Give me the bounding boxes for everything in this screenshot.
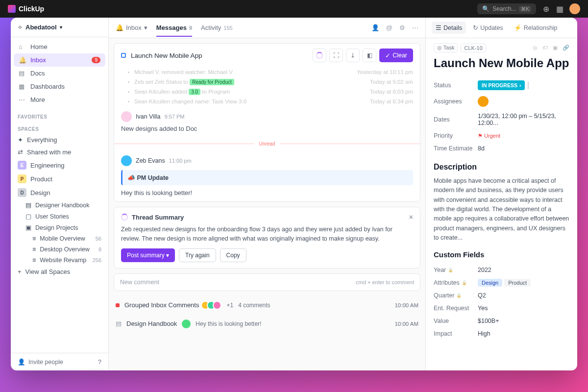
details-tab-updates[interactable]: ↻Updates	[469, 22, 507, 34]
sidebar-item-stories[interactable]: ▢User Stories	[11, 211, 108, 222]
space-everything[interactable]: ✦Everything	[11, 134, 108, 146]
cf-label: Ent. Request	[434, 305, 469, 312]
nav-dashboards[interactable]: ▦Dashboards	[14, 80, 105, 93]
time-value[interactable]: 8d	[478, 145, 569, 152]
invite-label: Invite people	[28, 359, 63, 366]
workspace-switcher[interactable]: ✧ Abedatool ▾	[11, 18, 108, 37]
priority-flag[interactable]: ⚑ Urgent	[478, 133, 500, 139]
dates-value[interactable]: 1/30/23, 12:00 pm – 5/15/23, 12:00...	[478, 113, 569, 126]
lock-icon: 🔒	[462, 280, 467, 285]
topbar: ClickUp 🔍 Search... ⌘K ⊕ ▦	[0, 0, 588, 18]
person-icon[interactable]: 👤	[371, 24, 379, 31]
tab-activity[interactable]: Activity155	[201, 19, 233, 37]
mention-icon[interactable]: @	[386, 24, 392, 31]
ai-icon[interactable]	[313, 49, 326, 62]
nav-inbox[interactable]: 🔔Inbox9	[14, 53, 105, 67]
avatar	[121, 111, 132, 122]
comment-body: Hey this is looking better!	[121, 189, 413, 196]
crumb-type[interactable]: ◎ Task	[434, 43, 458, 52]
main-panel: 🔔Inbox▾ Messages9 Activity155 👤 @ ⚙ ⋯ La…	[109, 18, 425, 370]
tab-count: 155	[223, 25, 232, 31]
nav-more[interactable]: ⋯More	[14, 93, 105, 106]
link-icon[interactable]: 🔗	[563, 45, 569, 51]
doc-icon: ▤	[116, 320, 122, 327]
inbox-icon: 🔔	[19, 56, 25, 64]
chip[interactable]: Design	[478, 279, 502, 287]
activity-row: Sean Kilcullen changed name: Task View 3…	[114, 97, 420, 106]
space-design[interactable]: DDesign	[11, 186, 108, 199]
crumb-id[interactable]: CLK-10	[461, 44, 486, 52]
global-search[interactable]: 🔍 Search... ⌘K	[477, 3, 536, 14]
cf-value[interactable]: Q2	[478, 292, 486, 299]
download-icon[interactable]: ⤓	[346, 49, 360, 62]
brand-logo: ClickUp	[8, 5, 44, 13]
description-body[interactable]: Mobile apps have become a critical aspec…	[434, 176, 569, 243]
copy-button[interactable]: Copy	[220, 248, 246, 262]
thread-title[interactable]: Launch New Mobile App	[131, 52, 308, 59]
handbook-row[interactable]: ▤ Design Handbook Hey this is looking be…	[114, 315, 420, 333]
chip[interactable]: Product	[504, 279, 531, 287]
sidebar-item-handbook[interactable]: ▤Designer Handbook	[11, 199, 108, 211]
grouped-inbox-row[interactable]: Grouped Inbox Comments +1 4 comments 10:…	[114, 296, 420, 315]
tab-messages[interactable]: Messages9	[156, 19, 192, 37]
space-label: Shared with me	[27, 148, 71, 156]
person-add-icon: 👤	[18, 358, 25, 366]
expand-icon[interactable]: ⛶	[329, 49, 343, 62]
more-icon[interactable]: ⋯	[412, 24, 418, 31]
placeholder: New comment	[120, 279, 159, 286]
tab-inbox-dropdown[interactable]: 🔔Inbox▾	[116, 19, 147, 37]
cf-value[interactable]: 2022	[478, 267, 491, 273]
activity-time: Yesterday at 10:11 pm	[357, 69, 413, 75]
tab-label: Details	[443, 24, 462, 31]
lock-icon: 🔒	[448, 268, 453, 272]
sidebar-item-desktop[interactable]: ≡Desktop Overview8	[11, 244, 108, 255]
try-again-button[interactable]: Try again	[179, 248, 216, 262]
item-count: 256	[93, 257, 101, 263]
task-title[interactable]: Launch New Mobile App	[426, 52, 577, 77]
space-shared[interactable]: ⇄Shared with me	[11, 146, 108, 158]
shared-icon: ⇄	[18, 148, 23, 156]
new-comment-input[interactable]: New comment cmd + enter to comment	[114, 273, 420, 291]
description-heading: Description	[434, 163, 569, 172]
list-icon: ≡	[32, 246, 36, 253]
details-tab-details[interactable]: ☰Details	[432, 22, 466, 34]
view-all-spaces[interactable]: +View all Spaces	[11, 266, 108, 278]
user-avatar[interactable]	[569, 3, 580, 14]
dates-label: Dates	[434, 116, 478, 123]
sidebar-item-projects[interactable]: ▣Design Projects	[11, 222, 108, 233]
sidebar-item-website[interactable]: ≡Website Revamp256	[11, 255, 108, 266]
filter-icon[interactable]: ⚙	[399, 24, 405, 31]
add-icon[interactable]: ⊕	[542, 5, 550, 13]
complete-checkbox[interactable]	[528, 81, 529, 89]
sidebar-item-mobile[interactable]: ≡Mobile Overview56	[11, 233, 108, 244]
assignees-label: Assignees	[434, 98, 478, 105]
space-product[interactable]: PProduct	[11, 172, 108, 186]
close-icon[interactable]: ×	[409, 213, 413, 221]
target-icon[interactable]: ◎	[533, 45, 538, 51]
invite-people[interactable]: 👤Invite people	[18, 358, 63, 366]
panel-icon[interactable]: ◧	[363, 49, 376, 62]
status-chip[interactable]: IN PROGRESS›	[478, 80, 525, 90]
details-tab-relationship[interactable]: ⚡Relationship	[510, 22, 562, 34]
comment: Zeb Evans11:00 pm 📣 PM Update Hey this i…	[114, 150, 420, 201]
tab-label: Updates	[480, 24, 503, 31]
apps-icon[interactable]: ▦	[556, 5, 564, 13]
help-icon[interactable]: ?	[98, 359, 101, 366]
time-label: Time Estimate	[434, 145, 478, 152]
row-title: Design Handbook	[126, 320, 177, 327]
assignee-avatar[interactable]	[478, 96, 489, 107]
clear-button[interactable]: ✓Clear	[379, 49, 413, 62]
nav-docs[interactable]: ▤Docs	[14, 67, 105, 80]
space-engineering[interactable]: EEngineering	[11, 158, 108, 172]
callout: 📣 PM Update	[121, 170, 413, 185]
tag-icon[interactable]: 🏷	[542, 45, 548, 51]
cf-value[interactable]: High	[478, 330, 490, 337]
item-count: 8	[98, 246, 101, 252]
cf-value[interactable]: Yes	[478, 305, 488, 312]
nav-home[interactable]: ⌂Home	[14, 40, 105, 53]
image-icon[interactable]: ▣	[553, 45, 558, 51]
activity-time: Today at 5:02 am	[370, 79, 413, 85]
post-summary-button[interactable]: Post summary ▾	[121, 248, 175, 262]
cf-value[interactable]: $100B+	[478, 318, 499, 324]
overflow-count: +1	[226, 302, 233, 309]
